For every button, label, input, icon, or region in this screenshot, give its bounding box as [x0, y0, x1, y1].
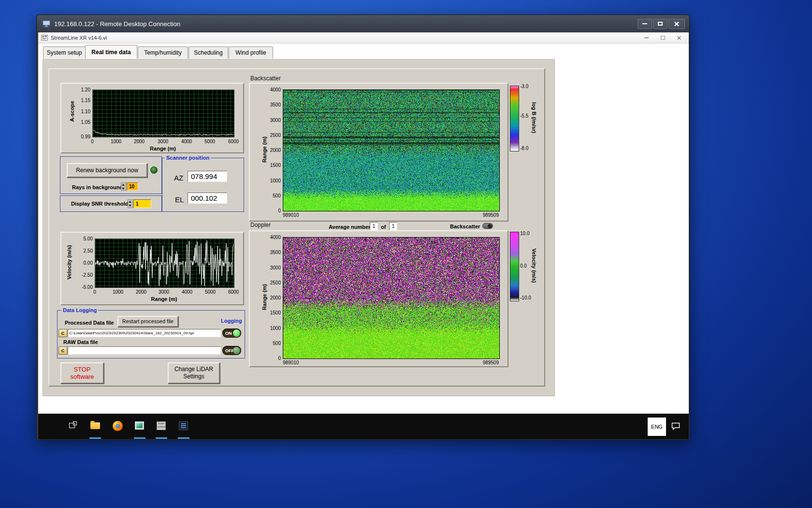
tab-wind-profile[interactable]: Wind profile	[229, 46, 273, 59]
stop-software-button[interactable]: STOP software	[60, 362, 104, 384]
renew-background-button[interactable]: Renew background now	[67, 163, 147, 178]
processed-logging-toggle[interactable]: ON	[222, 329, 241, 338]
button-label: software	[70, 373, 94, 380]
rdp-maximize-button[interactable]	[653, 19, 667, 29]
spinner-up-icon	[121, 183, 126, 187]
line	[181, 425, 186, 426]
rdp-minimize-button[interactable]	[638, 19, 652, 29]
labview-vi-icon	[41, 35, 48, 41]
axis-tick: 5.00	[71, 236, 93, 241]
axis-tick: 989010	[283, 212, 317, 218]
rays-spinner[interactable]	[121, 182, 126, 191]
tab-scheduling[interactable]: Scheduling	[188, 46, 228, 59]
axis-tick: 989509	[465, 212, 499, 218]
toggle-knob	[233, 329, 240, 337]
rays-value: 10	[129, 184, 134, 189]
average-number-value: 1	[373, 224, 376, 229]
spinner-up-icon	[128, 200, 132, 204]
snr-value-field[interactable]: 1	[133, 199, 151, 208]
tab-label: Real time data	[91, 49, 130, 56]
az-value-field[interactable]: 078.994	[188, 171, 227, 182]
tab-temp-humidity[interactable]: Temp/humidity	[138, 46, 188, 59]
app-close-button[interactable]: ✕	[674, 34, 684, 42]
remote-desktop: StreamLine XR v14-6.vi ✕ System setup Re…	[38, 32, 689, 439]
axis-tick: 2500	[258, 280, 281, 285]
raw-logging-toggle[interactable]: OFF	[222, 346, 241, 355]
raw-data-file-label: RAW Data file	[63, 339, 98, 345]
colorbar-tick: 10.0	[520, 231, 529, 236]
axis-tick: 1000	[258, 326, 281, 331]
rays-value-field[interactable]: 10	[127, 182, 138, 191]
snr-spinner[interactable]	[128, 199, 133, 208]
axis-tick: 2000	[130, 139, 149, 144]
app-maximize-button[interactable]	[658, 34, 667, 42]
scan-scheduler-icon[interactable]: Scansched	[157, 421, 166, 430]
axis-tick: 0	[85, 289, 104, 295]
notification-bubble-icon[interactable]	[671, 422, 680, 432]
language-code: ENG	[651, 424, 663, 430]
tab-label: Temp/humidity	[144, 49, 181, 56]
rdp-window-title: 192.168.0.122 - Remote Desktop Connectio…	[54, 20, 180, 28]
axis-tick: 1000	[106, 139, 126, 144]
language-indicator[interactable]: ENG	[648, 418, 666, 436]
file-explorer-icon[interactable]	[90, 422, 100, 429]
task-view-icon[interactable]	[69, 421, 78, 429]
axis-tick: 1.20	[68, 87, 90, 92]
backscatter-heatmap	[283, 90, 500, 211]
rdp-close-button[interactable]: ✕	[668, 19, 685, 29]
colorbar-tick: -3.0	[520, 84, 528, 89]
backscatter-toggle-label: Backscatter	[450, 224, 480, 229]
rdp-window: 192.168.0.122 - Remote Desktop Connectio…	[36, 15, 690, 440]
rdp-titlebar[interactable]: 192.168.0.122 - Remote Desktop Connectio…	[37, 15, 689, 32]
el-value-field[interactable]: 000.102	[188, 193, 227, 204]
button-label: Renew background now	[76, 167, 138, 174]
app-minimize-button[interactable]	[641, 34, 651, 42]
colorbar-tick: -8.0	[520, 146, 528, 151]
az-label: AZ	[174, 174, 183, 182]
velocity-x-axis-label: Range (m)	[95, 296, 233, 302]
axis-tick: 0	[258, 356, 281, 361]
average-total-value: 1	[392, 224, 395, 229]
axis-tick: 2000	[258, 148, 281, 153]
taskbar: Scansched ENG	[38, 414, 689, 439]
button-label: Settings	[183, 373, 204, 380]
ascope-plot-panel: A-scope 1.20 1.15 1.10 1.05 0.99 0 1000 …	[60, 83, 244, 153]
remote-desktop-icon	[43, 20, 50, 28]
raw-drive-icon[interactable]: C	[58, 346, 67, 355]
backscatter-display-toggle[interactable]	[482, 223, 493, 229]
doppler-section-title: Doppler	[250, 222, 271, 228]
restart-processed-file-button[interactable]: Restart processed file	[117, 316, 178, 327]
axis-tick: 5000	[201, 289, 220, 295]
change-lidar-settings-button[interactable]: Change LiDAR Settings	[168, 362, 220, 384]
processed-drive-icon[interactable]: C	[58, 329, 67, 337]
axis-tick: 4000	[177, 289, 197, 295]
firefox-icon[interactable]	[113, 421, 123, 431]
firefox-core-icon	[116, 424, 120, 428]
button-label: Change LiDAR	[174, 366, 213, 373]
processed-path-field[interactable]: C:\Lidar\Data\Proc\2023\202309\20230914\…	[68, 329, 221, 337]
app-window-icon[interactable]	[135, 421, 144, 430]
axis-tick: 989010	[283, 360, 317, 365]
axis-tick: 3000	[258, 118, 281, 123]
rays-in-background-label: Rays in background	[72, 184, 123, 190]
raw-path-field[interactable]	[68, 346, 221, 355]
spinner-down-icon	[128, 204, 132, 208]
tab-real-time-data[interactable]: Real time data	[85, 45, 137, 59]
tab-system-setup[interactable]: System setup	[43, 46, 86, 59]
window-icon	[69, 423, 75, 428]
colorbar-tick: -5.5	[520, 113, 528, 119]
axis-tick: 2000	[131, 289, 151, 295]
app-titlebar[interactable]: StreamLine XR v14-6.vi ✕	[38, 32, 689, 44]
average-number-field[interactable]: 1	[370, 222, 378, 230]
average-total-field[interactable]: 1	[389, 222, 397, 230]
axis-tick: -2.50	[71, 272, 93, 278]
running-app-indicator	[156, 437, 167, 439]
doppler-colorbar-label: Velocity (m/s)	[531, 237, 537, 295]
tab-label: Scheduling	[194, 49, 222, 56]
axis-tick: 6000	[224, 139, 243, 144]
data-logging-group: Data Logging Processed Data file Restart…	[57, 310, 245, 359]
log-viewer-icon[interactable]	[179, 421, 188, 430]
toggle-knob	[233, 347, 240, 354]
colorbar-tick: -10.0	[520, 295, 531, 300]
logging-label: Logging	[221, 318, 242, 324]
